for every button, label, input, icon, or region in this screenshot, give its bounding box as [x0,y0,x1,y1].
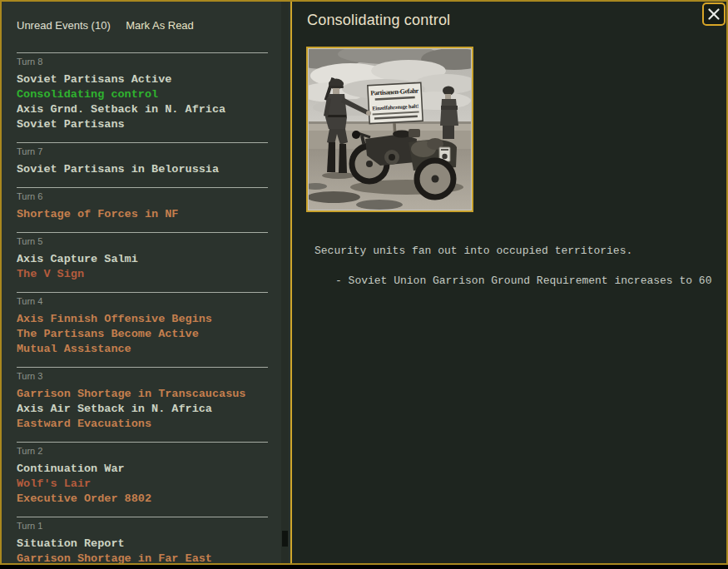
events-panel-header: Unread Events (10) Mark As Read [2,2,290,32]
turn-group: Turn 8Soviet Partisans ActiveConsolidati… [17,52,268,142]
event-item[interactable]: Eastward Evacuations [17,417,268,432]
event-description: Security units fan out into occupied ter… [314,245,718,257]
event-item[interactable]: Mutual Assistance [17,342,268,357]
event-item[interactable]: Continuation War [17,462,268,477]
event-item[interactable]: Wolf's Lair [17,477,268,492]
event-detail-title: Consolidating control [307,12,450,29]
turn-label: Turn 4 [17,296,268,307]
turn-group: Turn 3Garrison Shortage in Transcaucasus… [17,367,268,442]
event-item[interactable]: Axis Grnd. Setback in N. Africa [17,102,268,117]
events-dialog: Unread Events (10) Mark As Read Turn 8So… [0,0,728,565]
event-item[interactable]: Situation Report [17,537,268,552]
event-item[interactable]: Garrison Shortage in Transcaucasus [17,387,268,402]
event-photo-illustration: Partisanen-Gefahr Einzelfahrzeuge halt! [309,49,471,210]
event-detail-body: Security units fan out into occupied ter… [314,245,718,287]
events-panel: Unread Events (10) Mark As Read Turn 8So… [2,2,292,563]
event-item[interactable]: Axis Finnish Offensive Begins [17,312,268,327]
turn-group: Turn 6Shortage of Forces in NF [17,187,268,232]
event-item[interactable]: Axis Capture Salmi [17,252,268,267]
events-scrollbar[interactable] [281,2,289,563]
event-photo: Partisanen-Gefahr Einzelfahrzeuge halt! [306,47,473,212]
turn-group: Turn 2Continuation WarWolf's LairExecuti… [17,442,268,517]
close-button[interactable] [702,2,726,26]
event-item[interactable]: Garrison Shortage in Far East [17,552,268,563]
turn-label: Turn 3 [17,371,268,382]
event-effect: - Soviet Union Garrison Ground Requireme… [314,275,718,287]
event-detail-panel: Consolidating control [292,2,726,563]
event-item[interactable]: Soviet Partisans Active [17,72,268,87]
turn-label: Turn 6 [17,191,268,202]
event-item[interactable]: The Partisans Become Active [17,327,268,342]
event-item[interactable]: The V Sign [17,267,268,282]
event-item[interactable]: Soviet Partisans in Belorussia [17,162,268,177]
event-item[interactable]: Soviet Partisans [17,117,268,132]
events-list: Turn 8Soviet Partisans ActiveConsolidati… [17,52,268,563]
event-item[interactable]: Shortage of Forces in NF [17,207,268,222]
turn-label: Turn 7 [17,146,268,157]
event-item[interactable]: Executive Order 8802 [17,492,268,507]
mark-as-read-button[interactable]: Mark As Read [126,19,194,32]
event-item[interactable]: Consolidating control [17,87,268,102]
turn-group: Turn 7Soviet Partisans in Belorussia [17,142,268,187]
turn-label: Turn 8 [17,57,268,67]
event-item[interactable]: Axis Air Setback in N. Africa [17,402,268,417]
scrollbar-thumb[interactable] [282,531,288,547]
turn-label: Turn 5 [17,236,268,247]
unread-events-title: Unread Events (10) [17,19,111,32]
close-icon [708,8,720,20]
turn-label: Turn 2 [17,446,268,457]
turn-group: Turn 4Axis Finnish Offensive BeginsThe P… [17,292,268,367]
turn-group: Turn 5Axis Capture SalmiThe V Sign [17,232,268,292]
turn-group: Turn 1Situation ReportGarrison Shortage … [17,517,268,563]
turn-label: Turn 1 [17,521,268,532]
